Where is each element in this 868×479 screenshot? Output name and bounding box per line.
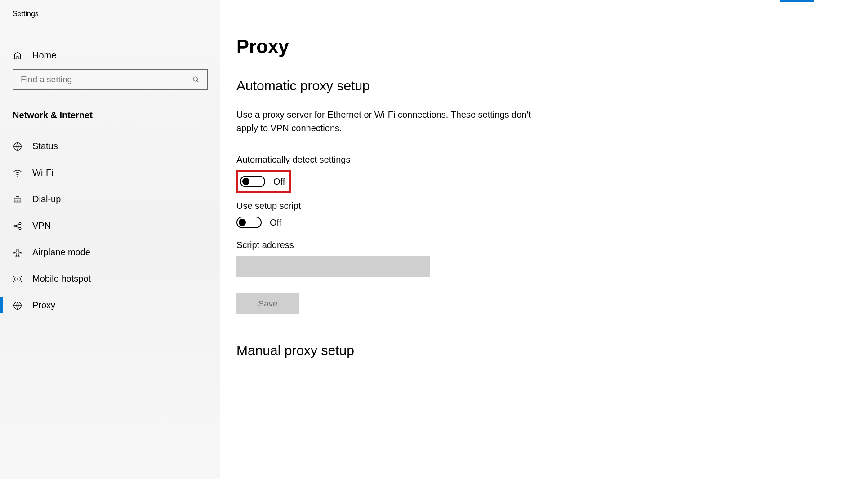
auto-detect-label: Automatically detect settings [236, 155, 868, 165]
sidebar-category: Network & Internet [0, 103, 220, 133]
svg-point-3 [17, 175, 18, 176]
use-script-state: Off [270, 217, 281, 228]
dialup-icon [13, 195, 22, 204]
search-input[interactable] [13, 69, 208, 90]
script-address-input[interactable] [236, 256, 430, 277]
sidebar-item-label: Mobile hotspot [32, 274, 91, 284]
svg-point-6 [19, 200, 20, 200]
section-automatic-desc: Use a proxy server for Ethernet or Wi-Fi… [236, 108, 533, 135]
accent-strip [780, 0, 814, 2]
sidebar-item-status[interactable]: Status [0, 133, 220, 160]
proxy-icon [13, 301, 22, 310]
sidebar-item-hotspot[interactable]: Mobile hotspot [0, 266, 220, 292]
svg-point-4 [15, 200, 16, 200]
section-manual-title: Manual proxy setup [236, 343, 868, 358]
save-button[interactable]: Save [236, 293, 299, 314]
vpn-icon [13, 221, 22, 231]
sidebar-item-proxy[interactable]: Proxy [0, 292, 220, 319]
sidebar-item-vpn[interactable]: VPN [0, 213, 220, 239]
use-script-label: Use setup script [236, 201, 868, 211]
sidebar-item-label: Status [32, 141, 58, 151]
airplane-icon [13, 248, 22, 257]
globe-icon [13, 142, 22, 151]
sidebar: Settings Home Network & Internet Status … [0, 0, 220, 479]
sidebar-item-wifi[interactable]: Wi-Fi [0, 160, 220, 186]
search-icon [192, 75, 200, 84]
content: Proxy Automatic proxy setup Use a proxy … [220, 0, 868, 479]
highlight-auto-detect-toggle: Off [236, 170, 291, 193]
svg-point-8 [19, 222, 21, 225]
svg-point-10 [17, 278, 18, 280]
section-automatic-title: Automatic proxy setup [236, 78, 868, 93]
hotspot-icon [13, 274, 22, 284]
svg-point-5 [17, 200, 18, 200]
sidebar-item-label: Airplane mode [32, 247, 90, 257]
nav-home[interactable]: Home [0, 42, 220, 69]
home-icon [13, 51, 22, 61]
search-field[interactable] [21, 75, 192, 84]
sidebar-item-label: Wi-Fi [32, 168, 53, 178]
svg-point-0 [193, 77, 197, 81]
auto-detect-toggle[interactable] [240, 176, 265, 187]
nav-home-label: Home [32, 50, 56, 61]
svg-point-9 [19, 227, 21, 230]
sidebar-item-label: Dial-up [32, 194, 61, 204]
svg-point-7 [14, 225, 16, 227]
svg-line-1 [197, 81, 198, 82]
wifi-icon [13, 168, 22, 178]
use-script-toggle[interactable] [236, 217, 262, 228]
script-address-label: Script address [236, 240, 868, 250]
sidebar-item-label: VPN [32, 221, 51, 231]
sidebar-item-label: Proxy [32, 300, 55, 310]
page-title: Proxy [236, 36, 868, 58]
auto-detect-state: Off [273, 177, 285, 187]
app-title: Settings [0, 10, 220, 18]
sidebar-item-dialup[interactable]: Dial-up [0, 186, 220, 213]
sidebar-item-airplane[interactable]: Airplane mode [0, 239, 220, 266]
